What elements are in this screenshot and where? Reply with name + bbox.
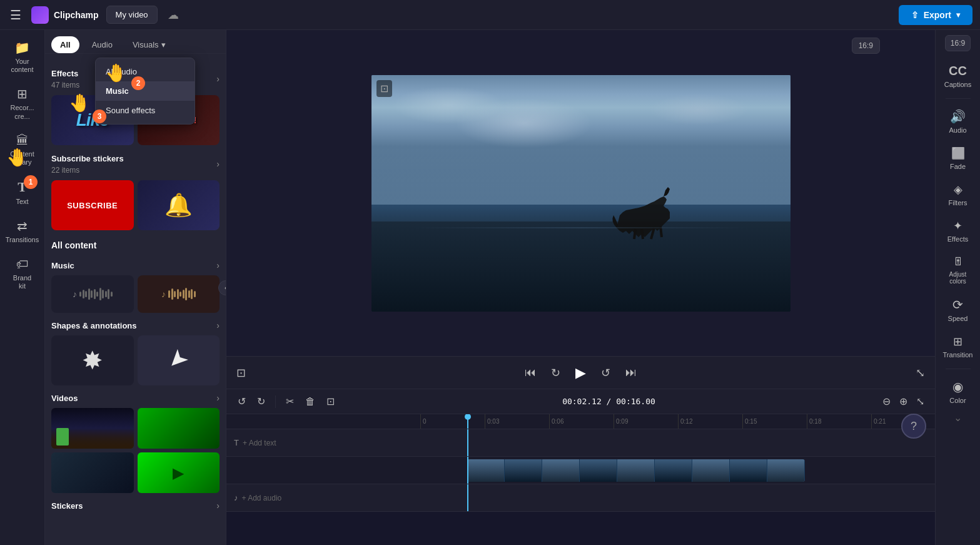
music-grid: ♪ ♪ (51, 275, 220, 313)
sidebar-item-content-library[interactable]: 🏛 Contentlibrary (3, 128, 43, 171)
export-label: Export (924, 10, 951, 20)
timeline-tracks[interactable]: T + Add text (226, 429, 935, 545)
effects-icon: ✦ (953, 219, 962, 233)
sticker-bell[interactable]: 🔔 (138, 180, 220, 230)
videos-section-arrow[interactable]: › (216, 393, 220, 403)
clip-frame-8 (730, 459, 767, 482)
rewind-button[interactable]: ↻ (548, 364, 563, 382)
right-panel-audio[interactable]: 🔊 Audio (938, 104, 978, 139)
undo-button[interactable]: ↺ (234, 393, 250, 410)
music-note-icon-1: ♪ (73, 289, 77, 299)
right-panel-transition[interactable]: ⊞ Transition (938, 330, 978, 364)
tab-audio[interactable]: Audio (83, 36, 121, 53)
right-panel-speed[interactable]: ⟳ Speed (938, 292, 978, 327)
right-panel: 16:9 CC Captions 🔊 Audio ⬜ Fade ◈ Filter… (935, 30, 980, 545)
delete-button[interactable]: 🗑 (301, 394, 319, 410)
effects-section-arrow[interactable]: › (216, 74, 220, 84)
video-thumb-3[interactable] (51, 452, 134, 493)
ruler-mark-6: 0:06 (549, 414, 614, 429)
aspect-ratio-display[interactable]: 16:9 (852, 38, 880, 54)
sidebar-item-transitions[interactable]: ⇄ Transitions (3, 213, 43, 249)
panel-tabs: All Audio Visuals ▾ (45, 30, 226, 54)
shapes-section-arrow[interactable]: › (216, 320, 220, 330)
scroll-down-indicator[interactable]: ⌄ (954, 412, 962, 424)
dropdown-music[interactable]: Music (96, 81, 194, 101)
left-sidebar: 📁 Yourcontent ⊞ Recor...cre... 🏛 Content… (0, 30, 45, 545)
brand-icon: 🏷 (16, 257, 29, 272)
sidebar-item-your-content[interactable]: 📁 Yourcontent (3, 35, 43, 79)
sidebar-item-text[interactable]: T Text (3, 174, 43, 211)
subscribe-section-arrow[interactable]: › (216, 159, 220, 169)
music-card-2[interactable]: ♪ (138, 275, 220, 313)
timeline-toolbar: ↺ ↻ ✂ 🗑 ⊡ 00:02.12 / 00:16.00 ⊖ ⊕ ⤡ (226, 389, 935, 414)
right-panel-effects[interactable]: ✦ Effects (938, 214, 978, 248)
video-title-button[interactable]: My video (106, 6, 158, 24)
skip-back-button[interactable]: ⏮ (522, 364, 538, 382)
dropdown-all-audio[interactable]: All audio (96, 62, 194, 81)
zoom-out-button[interactable]: ⊖ (879, 394, 894, 409)
sidebar-label-transitions: Transitions (6, 236, 39, 244)
sidebar-label-brand: Brandkit (13, 274, 31, 290)
video-clip[interactable] (467, 459, 805, 482)
redo-button[interactable]: ↻ (253, 393, 269, 410)
split-button[interactable]: ⊡ (323, 393, 338, 410)
filters-label: Filters (949, 199, 967, 206)
fast-forward-button[interactable]: ↺ (599, 364, 613, 382)
clip-filmstrip (467, 459, 805, 482)
cloud-save-icon[interactable]: ☁ (168, 8, 179, 22)
hamburger-icon: ☰ (10, 8, 21, 22)
effects-section-title: Effects (51, 69, 78, 78)
cut-button[interactable]: ✂ (282, 393, 298, 410)
ruler-mark-3: 0:03 (485, 414, 549, 429)
right-panel-adjust-colors[interactable]: 🎚 Adjustcolors (938, 250, 978, 290)
right-panel-captions[interactable]: CC Captions (938, 59, 978, 93)
camera-off-button[interactable]: ⊡ (234, 364, 248, 382)
sticker-subscribe[interactable]: SUBSCRIBE (51, 180, 134, 230)
sidebar-label-your-content: Yourcontent (11, 58, 33, 74)
dropdown-sound-effects[interactable]: Sound effects (96, 101, 194, 120)
right-panel-filters[interactable]: ◈ Filters (938, 178, 978, 211)
toolbar-separator-1 (275, 395, 276, 408)
text-track-add[interactable]: + Add text (243, 439, 276, 447)
right-panel-color[interactable]: ◉ Color (938, 374, 978, 409)
timeline-playhead-ruler (467, 414, 468, 429)
video-thumb-1[interactable] (51, 408, 134, 449)
text-track-playhead (467, 429, 468, 456)
video-area: 16:9 (226, 30, 935, 545)
sidebar-item-brand[interactable]: 🏷 Brandkit (3, 252, 43, 295)
svg-line-0 (634, 229, 635, 239)
music-section-arrow[interactable]: › (216, 260, 220, 270)
export-button[interactable]: ⇧ Export ▾ (899, 5, 972, 25)
stickers-section-arrow[interactable]: › (216, 501, 220, 511)
tab-all[interactable]: All (51, 36, 79, 53)
shape-burst[interactable]: ✸ (51, 335, 134, 385)
video-thumb-2[interactable] (138, 408, 220, 449)
aspect-ratio-button[interactable]: 16:9 (945, 35, 971, 51)
captions-icon: CC (949, 64, 967, 78)
play-button[interactable]: ▶ (573, 362, 589, 384)
panel-scroll[interactable]: Effects 47 items › Like COMBO! Subscribe… (45, 54, 226, 545)
hamburger-button[interactable]: ☰ (8, 5, 24, 25)
skip-forward-button[interactable]: ⏭ (623, 364, 639, 382)
sidebar-item-record[interactable]: ⊞ Recor...cre... (3, 81, 43, 125)
timeline-time-display: 00:02.12 / 00:16.00 (342, 397, 876, 406)
video-thumb-4[interactable]: ▶ (138, 452, 220, 493)
timeline-zoom-controls: ⊖ ⊕ ⤡ (879, 394, 927, 409)
ruler-mark-0: 0 (420, 414, 485, 429)
effects-section-count: 47 items (51, 81, 79, 89)
timeline-fullscreen-button[interactable]: ⤡ (913, 394, 927, 409)
right-panel-fade[interactable]: ⬜ Fade (938, 141, 978, 175)
subscribe-section-count: 22 items (51, 166, 79, 175)
text-track-icon: T (234, 438, 239, 447)
audio-track-add[interactable]: + Add audio (242, 494, 282, 502)
fade-label: Fade (950, 163, 966, 170)
help-button[interactable]: ? (901, 414, 926, 439)
crop-icon[interactable]: ⊡ (376, 80, 392, 97)
sidebar-label-record: Recor...cre... (11, 104, 34, 120)
time-total: 00:16.00 (616, 397, 655, 406)
shape-arrow[interactable]: ➤ (138, 335, 220, 385)
zoom-in-button[interactable]: ⊕ (896, 394, 911, 409)
tab-visuals[interactable]: Visuals ▾ (125, 36, 173, 53)
fullscreen-button[interactable]: ⤡ (913, 364, 927, 382)
music-card-1[interactable]: ♪ (51, 275, 134, 313)
